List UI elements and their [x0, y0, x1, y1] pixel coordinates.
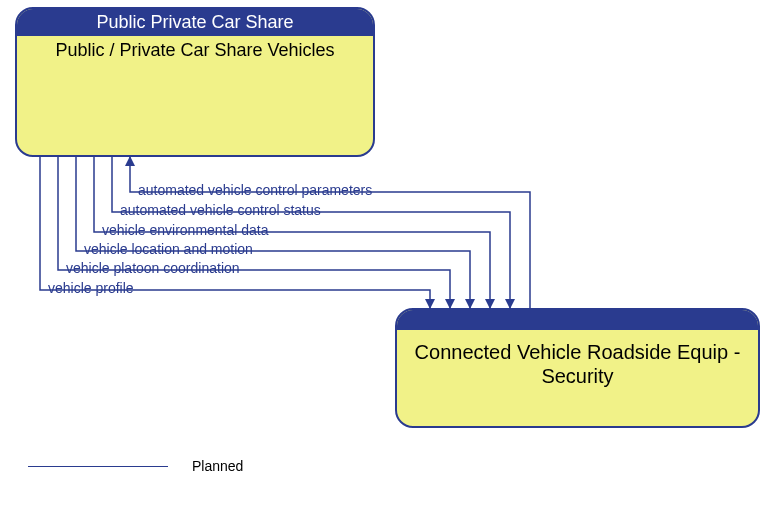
target-box: Connected Vehicle Roadside Equip - Secur…: [395, 308, 760, 428]
source-box: Public Private Car Share Public / Privat…: [15, 7, 375, 157]
flow-label-vehicle-environmental-data: vehicle environmental data: [102, 222, 269, 238]
source-box-body: Public / Private Car Share Vehicles: [17, 36, 373, 66]
legend-label-planned: Planned: [192, 458, 243, 474]
flow-label-vehicle-platoon-coordination: vehicle platoon coordination: [66, 260, 240, 276]
target-box-header: [397, 310, 758, 330]
legend-line-planned: [28, 466, 168, 467]
flow-label-automated-vehicle-control-parameters: automated vehicle control parameters: [138, 182, 372, 198]
flow-label-automated-vehicle-control-status: automated vehicle control status: [120, 202, 321, 218]
flow-label-vehicle-profile: vehicle profile: [48, 280, 134, 296]
flow-label-vehicle-location-and-motion: vehicle location and motion: [84, 241, 253, 257]
target-box-body: Connected Vehicle Roadside Equip - Secur…: [397, 330, 758, 392]
source-box-header: Public Private Car Share: [17, 9, 373, 36]
